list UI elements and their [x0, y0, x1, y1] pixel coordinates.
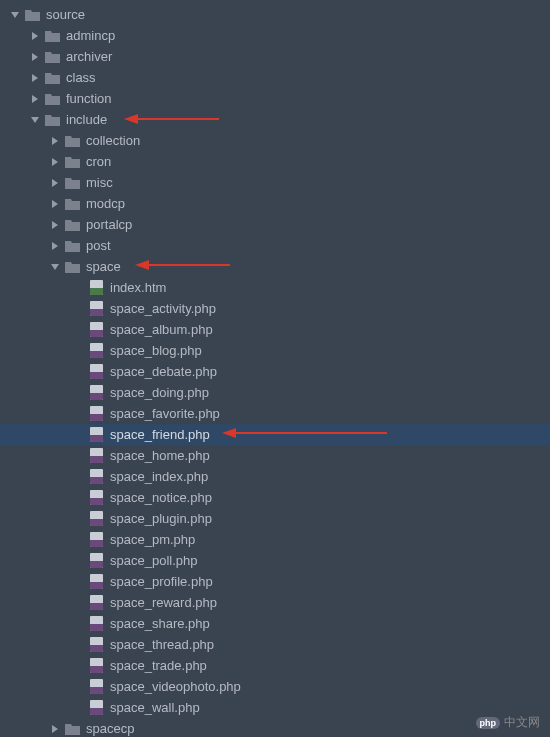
- folder-icon: [64, 259, 80, 275]
- folder-icon: [44, 112, 60, 128]
- tree-folder-class[interactable]: class: [0, 67, 550, 88]
- tree-folder-spacecp[interactable]: spacecp: [0, 718, 550, 737]
- tree-file-space-home[interactable]: space_home.php: [0, 445, 550, 466]
- htm-file-icon: [88, 280, 104, 296]
- tree-folder-collection[interactable]: collection: [0, 130, 550, 151]
- caret-right-icon[interactable]: [30, 31, 40, 41]
- watermark-text: 中文网: [504, 714, 540, 731]
- caret-right-icon[interactable]: [50, 136, 60, 146]
- tree-folder-include[interactable]: include: [0, 109, 550, 130]
- tree-item-label: misc: [86, 172, 113, 193]
- tree-folder-post[interactable]: post: [0, 235, 550, 256]
- tree-file-space-blog[interactable]: space_blog.php: [0, 340, 550, 361]
- php-file-icon: [88, 511, 104, 527]
- caret-right-icon[interactable]: [30, 94, 40, 104]
- caret-down-icon[interactable]: [10, 10, 20, 20]
- tree-item-label: space_plugin.php: [110, 508, 212, 529]
- folder-icon: [64, 721, 80, 737]
- tree-folder-admincp[interactable]: admincp: [0, 25, 550, 46]
- tree-item-label: index.htm: [110, 277, 166, 298]
- php-file-icon: [88, 427, 104, 443]
- php-file-icon: [88, 448, 104, 464]
- tree-item-label: space_album.php: [110, 319, 213, 340]
- tree-file-space-pm[interactable]: space_pm.php: [0, 529, 550, 550]
- tree-file-space-plugin[interactable]: space_plugin.php: [0, 508, 550, 529]
- caret-right-icon[interactable]: [50, 178, 60, 188]
- caret-right-icon[interactable]: [50, 241, 60, 251]
- tree-file-space-trade[interactable]: space_trade.php: [0, 655, 550, 676]
- folder-icon: [64, 196, 80, 212]
- tree-item-label: space_doing.php: [110, 382, 209, 403]
- tree-folder-source[interactable]: source: [0, 4, 550, 25]
- caret-right-icon[interactable]: [30, 52, 40, 62]
- tree-item-label: space_videophoto.php: [110, 676, 241, 697]
- folder-icon: [44, 70, 60, 86]
- php-file-icon: [88, 700, 104, 716]
- tree-file-space-index[interactable]: space_index.php: [0, 466, 550, 487]
- php-file-icon: [88, 637, 104, 653]
- tree-item-label: space_poll.php: [110, 550, 197, 571]
- tree-file-space-favorite[interactable]: space_favorite.php: [0, 403, 550, 424]
- tree-file-space-debate[interactable]: space_debate.php: [0, 361, 550, 382]
- folder-icon: [24, 7, 40, 23]
- caret-right-icon[interactable]: [30, 73, 40, 83]
- caret-down-icon[interactable]: [50, 262, 60, 272]
- tree-file-space-friend[interactable]: space_friend.php: [0, 424, 550, 445]
- tree-item-label: space_friend.php: [110, 424, 210, 445]
- php-file-icon: [88, 574, 104, 590]
- tree-item-label: post: [86, 235, 111, 256]
- tree-file-index-htm[interactable]: index.htm: [0, 277, 550, 298]
- php-file-icon: [88, 364, 104, 380]
- tree-folder-function[interactable]: function: [0, 88, 550, 109]
- tree-file-space-share[interactable]: space_share.php: [0, 613, 550, 634]
- php-file-icon: [88, 532, 104, 548]
- file-tree[interactable]: source admincp archiver class: [0, 0, 550, 737]
- folder-icon: [64, 133, 80, 149]
- tree-folder-misc[interactable]: misc: [0, 172, 550, 193]
- tree-item-label: space_activity.php: [110, 298, 216, 319]
- tree-item-label: space_favorite.php: [110, 403, 220, 424]
- tree-folder-modcp[interactable]: modcp: [0, 193, 550, 214]
- tree-item-label: space_profile.php: [110, 571, 213, 592]
- php-file-icon: [88, 301, 104, 317]
- tree-folder-cron[interactable]: cron: [0, 151, 550, 172]
- caret-down-icon[interactable]: [30, 115, 40, 125]
- tree-file-space-videophoto[interactable]: space_videophoto.php: [0, 676, 550, 697]
- php-file-icon: [88, 385, 104, 401]
- tree-item-label: space_blog.php: [110, 340, 202, 361]
- folder-icon: [64, 154, 80, 170]
- tree-file-space-poll[interactable]: space_poll.php: [0, 550, 550, 571]
- php-file-icon: [88, 322, 104, 338]
- tree-file-space-doing[interactable]: space_doing.php: [0, 382, 550, 403]
- tree-item-label: class: [66, 67, 96, 88]
- php-file-icon: [88, 343, 104, 359]
- php-file-icon: [88, 490, 104, 506]
- tree-item-label: admincp: [66, 25, 115, 46]
- tree-item-label: cron: [86, 151, 111, 172]
- tree-file-space-profile[interactable]: space_profile.php: [0, 571, 550, 592]
- caret-right-icon[interactable]: [50, 157, 60, 167]
- tree-file-space-activity[interactable]: space_activity.php: [0, 298, 550, 319]
- tree-folder-archiver[interactable]: archiver: [0, 46, 550, 67]
- tree-folder-space[interactable]: space: [0, 256, 550, 277]
- tree-item-label: space_share.php: [110, 613, 210, 634]
- caret-right-icon[interactable]: [50, 199, 60, 209]
- tree-file-space-album[interactable]: space_album.php: [0, 319, 550, 340]
- tree-file-space-notice[interactable]: space_notice.php: [0, 487, 550, 508]
- php-file-icon: [88, 406, 104, 422]
- tree-item-label: function: [66, 88, 112, 109]
- caret-right-icon[interactable]: [50, 220, 60, 230]
- tree-file-space-thread[interactable]: space_thread.php: [0, 634, 550, 655]
- tree-item-label: space_reward.php: [110, 592, 217, 613]
- tree-item-label: space_thread.php: [110, 634, 214, 655]
- tree-folder-portalcp[interactable]: portalcp: [0, 214, 550, 235]
- tree-file-space-reward[interactable]: space_reward.php: [0, 592, 550, 613]
- tree-item-label: spacecp: [86, 718, 134, 737]
- php-file-icon: [88, 616, 104, 632]
- tree-item-label: modcp: [86, 193, 125, 214]
- tree-file-space-wall[interactable]: space_wall.php: [0, 697, 550, 718]
- caret-right-icon[interactable]: [50, 724, 60, 734]
- watermark-logo: php: [476, 717, 501, 729]
- tree-item-label: source: [46, 4, 85, 25]
- php-file-icon: [88, 553, 104, 569]
